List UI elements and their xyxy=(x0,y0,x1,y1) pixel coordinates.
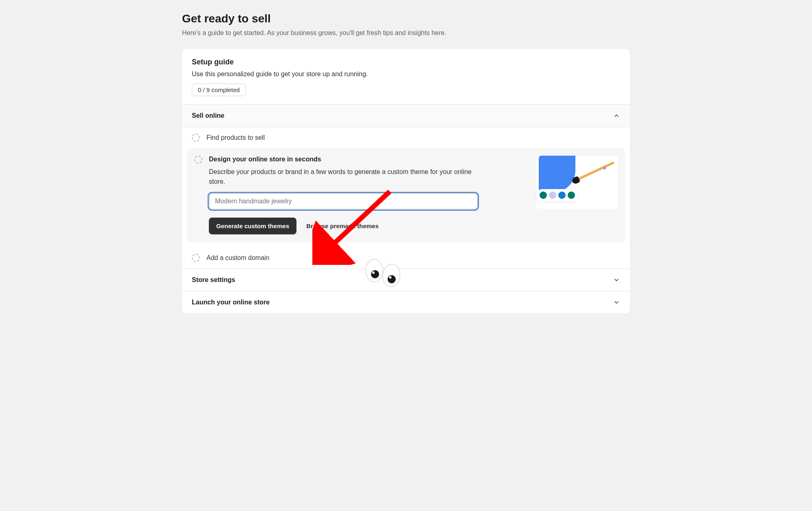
chevron-down-icon xyxy=(613,276,620,284)
theme-illustration: ✦ xyxy=(536,156,618,209)
task-status-icon xyxy=(192,254,200,262)
task-title: Design your online store in seconds xyxy=(209,156,528,163)
tasks-list: Find products to sell Design your online… xyxy=(182,127,630,269)
task-description: Describe your products or brand in a few… xyxy=(209,167,478,187)
section-label: Sell online xyxy=(192,112,224,119)
progress-badge: 0 / 9 completed xyxy=(192,84,246,96)
browse-themes-button[interactable]: Browse premade themes xyxy=(306,222,379,229)
chevron-up-icon xyxy=(613,112,620,119)
eyes-emoji-annotation xyxy=(365,259,400,284)
task-status-icon xyxy=(192,134,200,142)
task-status-icon xyxy=(194,156,202,164)
task-design-store: Design your online store in seconds Desc… xyxy=(187,148,625,242)
section-store-settings[interactable]: Store settings xyxy=(182,269,630,291)
task-custom-domain[interactable]: Add a custom domain xyxy=(182,247,630,269)
guide-title: Setup guide xyxy=(192,58,620,66)
theme-description-input[interactable] xyxy=(209,193,478,209)
chevron-down-icon xyxy=(613,299,620,306)
section-launch-store[interactable]: Launch your online store xyxy=(182,291,630,313)
page-title: Get ready to sell xyxy=(182,12,630,25)
task-label: Add a custom domain xyxy=(206,254,270,262)
section-sell-online[interactable]: Sell online xyxy=(182,104,630,127)
guide-description: Use this personalized guide to get your … xyxy=(192,70,620,78)
generate-themes-button[interactable]: Generate custom themes xyxy=(209,218,296,234)
color-palette xyxy=(536,189,578,201)
setup-guide-card: Setup guide Use this personalized guide … xyxy=(182,49,630,313)
section-label: Store settings xyxy=(192,276,235,284)
section-label: Launch your online store xyxy=(192,299,270,306)
task-label: Find products to sell xyxy=(206,134,265,141)
page-subtitle: Here's a guide to get started. As your b… xyxy=(182,29,630,37)
task-find-products[interactable]: Find products to sell xyxy=(182,127,630,148)
